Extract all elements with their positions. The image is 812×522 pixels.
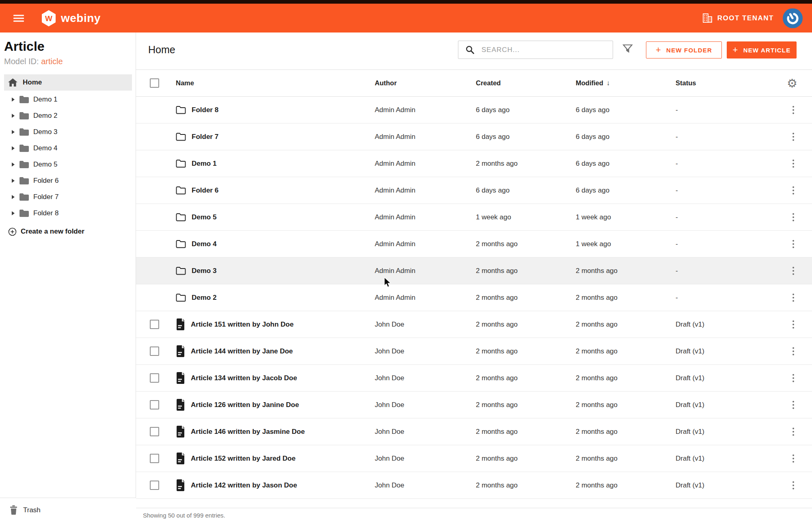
caret-right-icon[interactable]: [11, 178, 15, 183]
table-row[interactable]: Demo 4Admin Admin2 months ago1 week ago-: [136, 231, 812, 258]
row-actions-kebab-icon[interactable]: [791, 345, 796, 357]
entry-name-link[interactable]: Demo 4: [192, 240, 216, 248]
table-row[interactable]: Article 126 written by Janine DoeJohn Do…: [136, 392, 812, 418]
menu-hamburger-icon[interactable]: [13, 15, 24, 22]
entry-name-link[interactable]: Article 134 written by Jacob Doe: [191, 374, 297, 382]
model-id-value[interactable]: article: [41, 57, 63, 66]
table-row[interactable]: Folder 6Admin Admin6 days ago6 days ago-: [136, 177, 812, 204]
sidebar-folder-item[interactable]: Demo 3: [0, 124, 136, 140]
create-folder-button[interactable]: Create a new folder: [8, 223, 84, 240]
row-actions-kebab-icon[interactable]: [791, 184, 796, 196]
entry-name-link[interactable]: Folder 6: [192, 186, 218, 195]
sidebar-folder-item[interactable]: Demo 2: [0, 108, 136, 124]
caret-right-icon[interactable]: [11, 113, 15, 118]
filter-button[interactable]: [622, 44, 633, 58]
row-checkbox[interactable]: [150, 320, 159, 329]
row-actions-kebab-icon[interactable]: [791, 158, 796, 169]
table-row[interactable]: Folder 7Admin Admin6 days ago6 days ago-: [136, 123, 812, 150]
new-article-button[interactable]: + NEW ARTICLE: [727, 41, 797, 58]
table-row[interactable]: Article 134 written by Jacob DoeJohn Doe…: [136, 365, 812, 392]
entry-name-link[interactable]: Article 144 written by Jane Doe: [191, 347, 293, 355]
table-row[interactable]: Demo 3Admin Admin2 months ago2 months ag…: [136, 258, 812, 284]
caret-right-icon[interactable]: [11, 97, 15, 102]
row-actions-kebab-icon[interactable]: [791, 426, 796, 438]
entry-name-link[interactable]: Article 152 written by Jared Doe: [191, 455, 296, 463]
table-row[interactable]: Folder 8Admin Admin6 days ago6 days ago-: [136, 97, 812, 123]
row-actions-kebab-icon[interactable]: [791, 131, 796, 143]
row-select-cell: [136, 373, 176, 383]
entry-name-link[interactable]: Article 126 written by Janine Doe: [191, 401, 299, 409]
caret-right-icon[interactable]: [11, 162, 15, 167]
row-checkbox[interactable]: [150, 427, 159, 436]
sidebar-folder-item[interactable]: Folder 7: [0, 189, 136, 205]
entry-name-link[interactable]: Article 151 written by John Doe: [191, 321, 294, 329]
new-folder-button[interactable]: + NEW FOLDER: [646, 41, 722, 58]
table-row[interactable]: Demo 1Admin Admin2 months ago6 days ago-: [136, 150, 812, 177]
sidebar-folder-item[interactable]: Folder 8: [0, 205, 136, 221]
file-icon: [176, 318, 185, 330]
table-footer: Showing 50 out of 999 entries.: [136, 508, 812, 522]
entry-name-link[interactable]: Folder 7: [192, 133, 218, 141]
folder-icon: [19, 209, 29, 217]
file-icon: [176, 399, 185, 411]
file-icon: [176, 426, 185, 438]
row-checkbox[interactable]: [150, 347, 159, 356]
row-actions-kebab-icon[interactable]: [791, 453, 796, 464]
select-all-checkbox[interactable]: [150, 78, 159, 88]
sidebar-item-home[interactable]: Home: [4, 74, 132, 91]
column-header-created[interactable]: Created: [476, 79, 576, 87]
caret-right-icon[interactable]: [11, 146, 15, 151]
caret-right-icon[interactable]: [11, 195, 15, 199]
row-actions-kebab-icon[interactable]: [791, 211, 796, 223]
entry-name-link[interactable]: Demo 5: [192, 213, 216, 221]
sidebar-folder-item[interactable]: Folder 6: [0, 173, 136, 189]
sidebar-folder-item[interactable]: Demo 5: [0, 156, 136, 173]
webiny-logo[interactable]: W webiny: [41, 10, 101, 27]
row-select-cell: [136, 499, 176, 508]
table-row[interactable]: Demo 5Admin Admin1 week ago1 week ago-: [136, 204, 812, 231]
entry-name-link[interactable]: Demo 3: [192, 267, 216, 275]
tenant-selector[interactable]: ROOT TENANT: [702, 13, 774, 23]
column-header-name[interactable]: Name: [176, 79, 375, 87]
row-actions-kebab-icon[interactable]: [791, 399, 796, 411]
entry-name-link[interactable]: Article 142 written by Jason Doe: [191, 481, 297, 490]
table-row[interactable]: Demo 2Admin Admin2 months ago2 months ag…: [136, 284, 812, 311]
row-actions-kebab-icon[interactable]: [791, 479, 796, 491]
row-author-cell: John Doe: [375, 401, 476, 409]
row-actions-kebab-icon[interactable]: [791, 265, 796, 277]
row-actions-kebab-icon[interactable]: [791, 318, 796, 330]
webiny-hexagon-icon: W: [41, 10, 56, 27]
folder-label: Demo 4: [33, 144, 58, 152]
table-row[interactable]: [136, 499, 812, 508]
sidebar-item-trash[interactable]: Trash: [0, 498, 136, 522]
row-actions-kebab-icon[interactable]: [791, 238, 796, 250]
caret-right-icon[interactable]: [11, 211, 15, 216]
table-row[interactable]: Article 146 written by Jasmine DoeJohn D…: [136, 418, 812, 445]
entry-name-link[interactable]: Folder 8: [192, 106, 218, 114]
row-actions-kebab-icon[interactable]: [791, 292, 796, 303]
column-header-author[interactable]: Author: [375, 79, 476, 87]
search-icon: [465, 45, 475, 55]
caret-right-icon[interactable]: [11, 130, 15, 134]
table-settings-gear-icon[interactable]: ⚙: [787, 77, 797, 89]
row-checkbox[interactable]: [150, 481, 159, 490]
row-checkbox[interactable]: [150, 373, 159, 383]
row-actions-kebab-icon[interactable]: [791, 104, 796, 116]
search-box[interactable]: [458, 41, 613, 59]
table-row[interactable]: Article 144 written by Jane DoeJohn Doe2…: [136, 338, 812, 365]
row-checkbox[interactable]: [150, 400, 159, 409]
sidebar-folder-item[interactable]: Demo 1: [0, 91, 136, 108]
table-row[interactable]: Article 142 written by Jason DoeJohn Doe…: [136, 472, 812, 499]
table-row[interactable]: Article 152 written by Jared DoeJohn Doe…: [136, 445, 812, 472]
row-actions-kebab-icon[interactable]: [791, 372, 796, 384]
sidebar-folder-item[interactable]: Demo 4: [0, 140, 136, 156]
user-avatar[interactable]: [783, 8, 803, 28]
entry-name-link[interactable]: Demo 2: [192, 294, 216, 302]
table-row[interactable]: Article 151 written by John DoeJohn Doe2…: [136, 311, 812, 338]
entry-name-link[interactable]: Demo 1: [192, 160, 216, 168]
row-checkbox[interactable]: [150, 454, 159, 463]
search-input[interactable]: [481, 45, 613, 54]
sort-desc-icon: ↓: [607, 79, 610, 87]
entry-name-link[interactable]: Article 146 written by Jasmine Doe: [191, 428, 305, 436]
column-header-modified[interactable]: Modified ↓: [576, 79, 676, 87]
